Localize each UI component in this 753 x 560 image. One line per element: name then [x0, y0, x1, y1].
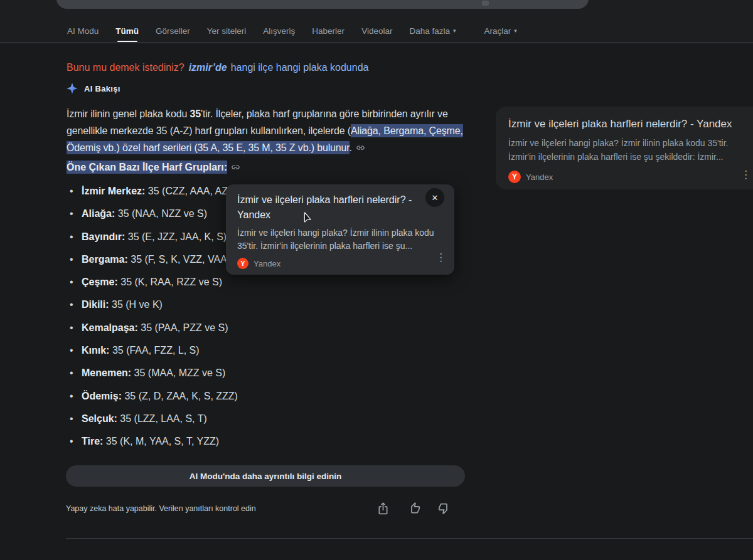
sidebar-card-source-row: Y Yandex [508, 171, 753, 183]
list-item: •Kemalpaşa: 35 (PAA, PZZ ve S) [66, 322, 480, 335]
tab-ara-lar[interactable]: Araçlar▾ [484, 19, 517, 43]
bullet-icon: • [70, 391, 73, 402]
tab-label: Araçlar [484, 26, 511, 36]
tab-label: AI Modu [67, 26, 99, 36]
source-name: Yandex [526, 172, 553, 182]
list-item-text: Bayındır: 35 (E, JZZ, JAA, K, S) [82, 231, 227, 243]
list-item-text: Dikili: 35 (H ve K) [82, 299, 163, 310]
tab-al-veri-[interactable]: Alışveriş [263, 19, 295, 43]
list-item-text: Selçuk: 35 (LZZ, LAA, S, T) [82, 413, 207, 425]
did-you-mean: Bunu mu demek istediniz?izmir’dehangi il… [67, 62, 368, 73]
yandex-favicon: Y [237, 258, 248, 269]
tab-g-rseller[interactable]: Görseller [156, 19, 190, 43]
keyboard-icon[interactable] [482, 1, 489, 6]
list-item-text: Aliağa: 35 (NAA, NZZ ve S) [82, 208, 207, 219]
feedback-icons [376, 502, 451, 515]
bullet-icon: • [70, 413, 73, 425]
bullet-icon: • [70, 186, 73, 197]
bullet-icon: • [70, 208, 73, 219]
bullet-icon: • [70, 231, 73, 243]
tab-videolar[interactable]: Videolar [361, 19, 392, 43]
close-icon[interactable]: ✕ [425, 188, 444, 207]
list-item-text: Çeşme: 35 (K, RAA, RZZ ve S) [82, 277, 222, 288]
section-divider [66, 538, 753, 539]
sidebar-result-card[interactable]: İzmir ve ilçeleri plaka harfleri nelerdi… [496, 107, 753, 189]
bullet-icon: • [70, 277, 73, 288]
results-tabs: AI ModuTümüGörsellerYer siteleriAlışveri… [67, 19, 517, 43]
list-item-text: Menemen: 35 (MAA, MZZ ve S) [82, 367, 225, 379]
list-item-text: Tire: 35 (K, M, YAA, S, T, YZZ) [82, 436, 219, 447]
search-input[interactable] [56, 0, 589, 9]
thumbs-up-icon[interactable] [407, 502, 420, 515]
ai-mode-more-button[interactable]: AI Modu'nda daha ayrıntılı bilgi edinin [66, 465, 465, 487]
bullet-icon: • [70, 436, 73, 447]
more-options-icon[interactable]: ⋮ [435, 252, 446, 263]
paragraph-text: İzmir ilinin genel plaka kodu [67, 108, 190, 119]
list-item: •Ödemiş: 35 (Z, D, ZAA, K, S, ZZZ) [66, 391, 480, 403]
list-item: •Dikili: 35 (H ve K) [66, 299, 480, 312]
more-options-icon[interactable]: ⋮ [740, 169, 751, 180]
tab-yer-siteleri[interactable]: Yer siteleri [207, 19, 247, 43]
list-item-text: İzmir Merkez: 35 (CZZ, AAA, AZ [82, 186, 228, 197]
did-you-mean-label: Bunu mu demek istediniz? [67, 62, 184, 73]
citation-link-icon[interactable] [231, 162, 240, 172]
list-item: •Kınık: 35 (FAA, FZZ, L, S) [66, 345, 480, 357]
search-results-page: AI ModuTümüGörsellerYer siteleriAlışveri… [0, 0, 753, 560]
tab-label: Haberler [312, 26, 344, 36]
paragraph-text: . [350, 142, 352, 153]
header-divider [0, 42, 753, 43]
tab-label: Videolar [361, 26, 392, 36]
bullet-icon: • [70, 299, 73, 310]
thumbs-down-icon[interactable] [438, 502, 451, 515]
header: AI ModuTümüGörsellerYer siteleriAlışveri… [0, 0, 753, 43]
ai-overview-paragraph: İzmir ilinin genel plaka kodu 35'tir. İl… [67, 105, 482, 156]
share-icon[interactable] [376, 502, 390, 515]
citation-link-icon[interactable] [356, 143, 365, 152]
suggestion-link-emphasis[interactable]: izmir’de [189, 62, 227, 73]
popup-title[interactable]: İzmir ve ilçeleri plaka harfleri nelerdi… [237, 193, 419, 223]
source-name: Yandex [254, 259, 280, 268]
section-heading: Öne Çıkan Bazı İlçe Harf Grupları: [67, 162, 240, 173]
list-item-text: Kemalpaşa: 35 (PAA, PZZ ve S) [82, 322, 228, 334]
list-item-text: Bergama: 35 (F, S, K, VZZ, VAA) [82, 254, 230, 265]
tab-label: Tümü [115, 26, 139, 36]
bullet-icon: • [70, 345, 73, 356]
sidebar-card-snippet: İzmir ve ilçeleri hangi plaka? İzmir ili… [508, 136, 753, 164]
tab-haberler[interactable]: Haberler [312, 19, 344, 43]
list-item: •Selçuk: 35 (LZZ, LAA, S, T) [66, 413, 480, 426]
tab-daha-fazla[interactable]: Daha fazla▾ [409, 19, 456, 43]
paragraph-bold: 35 [190, 108, 201, 119]
tab-ai-modu[interactable]: AI Modu [67, 19, 99, 43]
tab-label: Daha fazla [409, 26, 450, 36]
section-heading-text: Öne Çıkan Bazı İlçe Harf Grupları: [67, 161, 227, 174]
popup-snippet: İzmir ve ilçeleri hangi plaka? İzmir ili… [237, 226, 439, 253]
list-item: •Çeşme: 35 (K, RAA, RZZ ve S) [66, 277, 480, 289]
list-item-text: Kınık: 35 (FAA, FZZ, L, S) [82, 345, 200, 356]
chevron-down-icon: ▾ [453, 28, 456, 34]
bullet-icon: • [70, 254, 73, 265]
tab-label: Alışveriş [263, 26, 295, 36]
list-item: •Menemen: 35 (MAA, MZZ ve S) [66, 367, 480, 380]
suggestion-link[interactable]: hangi ilçe hangi plaka kodunda [231, 62, 369, 73]
chevron-down-icon: ▾ [514, 28, 517, 34]
ai-disclaimer: Yapay zeka hata yapabilir. Verilen yanıt… [66, 504, 256, 513]
list-item: •Tire: 35 (K, M, YAA, S, T, YZZ) [66, 436, 480, 448]
ai-overview-title: AI Bakışı [84, 84, 120, 93]
list-item-text: Ödemiş: 35 (Z, D, ZAA, K, S, ZZZ) [82, 391, 238, 402]
yandex-favicon: Y [508, 171, 521, 183]
ai-overview-header: AI Bakışı [66, 82, 120, 95]
bullet-icon: • [70, 367, 73, 379]
tab-t-m-[interactable]: Tümü [115, 19, 139, 43]
bullet-icon: • [70, 322, 73, 334]
tab-label: Yer siteleri [207, 26, 247, 36]
tab-label: Görseller [156, 26, 190, 36]
sidebar-card-title[interactable]: İzmir ve ilçeleri plaka harfleri nelerdi… [508, 118, 753, 130]
ai-sparkle-icon [66, 82, 78, 95]
citation-popup: İzmir ve ilçeleri plaka harfleri nelerdi… [226, 184, 454, 275]
popup-source-row: Y Yandex [237, 258, 443, 269]
